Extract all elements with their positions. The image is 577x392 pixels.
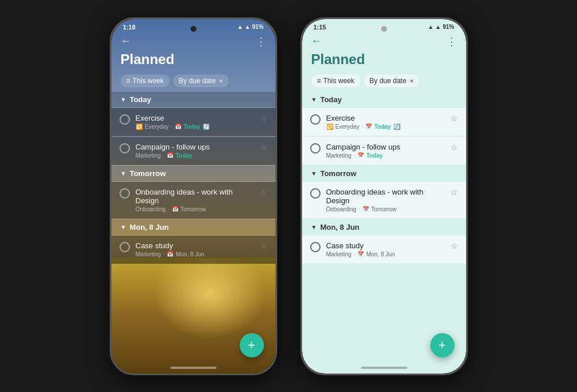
task-meta1-onboarding-light: Onboarding — [326, 206, 356, 212]
this-week-filter-light[interactable]: ≡ This week — [311, 74, 360, 87]
section-mon8-label-dark: Mon, 8 Jun — [129, 223, 169, 232]
phone-dark: 1:18 ▲ ▲ 91% ← ⋮ Planned ≡ This week — [110, 17, 277, 375]
task-circle-casestudy-light[interactable] — [310, 242, 321, 252]
menu-icon-light: ≡ — [317, 77, 321, 85]
section-today-dark: ▼ Today — [111, 92, 276, 107]
star-casestudy-dark[interactable]: ☆ — [260, 241, 267, 251]
task-meta1-exercise-dark: Everyday — [145, 124, 169, 130]
task-campaign-light: Campaign - follow ups Marketing · 📅 Toda… — [302, 137, 466, 165]
battery-light: 91% — [442, 24, 454, 30]
this-week-filter-dark[interactable]: ≡ This week — [121, 74, 170, 87]
back-button-light[interactable]: ← — [311, 35, 322, 47]
app-title-dark: Planned — [111, 50, 276, 72]
task-circle-exercise-dark[interactable] — [120, 114, 130, 125]
section-mon8-light: ▼ Mon, 8 Jun — [302, 219, 466, 235]
status-icons-dark: ▲ ▲ 91% — [237, 24, 264, 30]
battery-dark: 91% — [252, 24, 263, 30]
section-mon8-label-light: Mon, 8 Jun — [320, 223, 359, 232]
task-title-casestudy-light: Case study — [326, 241, 445, 250]
task-casestudy-dark: Case study Marketing · 📅 Mon, 8 Jun ☆ — [111, 236, 276, 264]
task-exercise-dark: Exercise 🔁 Everyday · 📅 Today 🔄 ☆ — [111, 108, 276, 136]
cal-icon-onboarding-dark: 📅 — [172, 206, 178, 212]
home-indicator-light — [361, 367, 407, 369]
star-exercise-dark[interactable]: ☆ — [260, 114, 267, 123]
task-circle-exercise-light[interactable] — [310, 114, 321, 125]
section-tomorrow-dark: ▼ Tomorrow — [111, 166, 276, 181]
task-casestudy-light: Case study Marketing · 📅 Mon, 8 Jun ☆ — [302, 236, 466, 264]
more-button-light[interactable]: ⋮ — [446, 35, 457, 48]
star-campaign-light[interactable]: ☆ — [451, 143, 458, 152]
cal-icon-casestudy-dark: 📅 — [167, 251, 173, 257]
task-title-exercise-light: Exercise — [326, 114, 445, 122]
due-date-filter-light[interactable]: By due date × — [364, 74, 420, 87]
task-onboarding-dark: Onboarding ideas - work with Design Onbo… — [111, 182, 276, 219]
star-campaign-dark[interactable]: ☆ — [260, 143, 267, 152]
more-button-dark[interactable]: ⋮ — [256, 35, 266, 48]
task-circle-casestudy-dark[interactable] — [120, 242, 130, 252]
task-title-campaign-dark: Campaign - follow ups — [136, 143, 254, 151]
task-meta-campaign-dark: Marketing · 📅 Today — [136, 152, 254, 159]
task-due-exercise-light: Today — [374, 124, 391, 130]
task-due-casestudy-dark: Mon, 8 Jun — [176, 251, 204, 257]
cal-icon-casestudy-light: 📅 — [358, 251, 364, 257]
due-date-label-dark: By due date — [179, 77, 216, 85]
chevron-today-light: ▼ — [311, 96, 317, 103]
filter-bar-light: ≡ This week By due date × — [302, 72, 466, 92]
task-meta1-onboarding-dark: Onboarding — [136, 206, 166, 212]
task-meta1-casestudy-dark: Marketing — [136, 251, 161, 257]
task-circle-campaign-light[interactable] — [310, 143, 321, 154]
task-content-exercise-light: Exercise 🔁 Everyday · 📅 Today 🔄 — [326, 114, 445, 130]
status-icons-light: ▲ ▲ 91% — [428, 24, 455, 30]
section-mon8-dark: ▼ Mon, 8 Jun — [111, 219, 276, 235]
app-title-light: Planned — [302, 50, 466, 72]
task-meta-casestudy-light: Marketing · 📅 Mon, 8 Jun — [326, 251, 445, 257]
task-circle-campaign-dark[interactable] — [120, 143, 130, 154]
signal-icon-light: ▲ — [428, 24, 434, 30]
task-circle-onboarding-dark[interactable] — [120, 188, 130, 199]
task-due-exercise-dark: Today — [184, 124, 200, 130]
chevron-mon8-light: ▼ — [311, 224, 317, 230]
back-button-dark[interactable]: ← — [121, 35, 131, 47]
chevron-mon8-dark: ▼ — [121, 224, 126, 230]
cal-icon-onboarding-light: 📅 — [363, 206, 369, 212]
section-today-label-light: Today — [320, 95, 341, 104]
task-title-onboarding-light: Onboarding ideas - work with Design — [326, 188, 445, 205]
fab-light[interactable]: + — [430, 333, 455, 357]
due-date-filter-dark[interactable]: By due date × — [173, 74, 229, 87]
section-today-label-dark: Today — [129, 95, 151, 104]
task-meta-onboarding-light: Onboarding · 📅 Tomorrow — [326, 206, 445, 212]
cal-icon-campaign-dark: 📅 — [167, 152, 173, 158]
chevron-tomorrow-light: ▼ — [311, 170, 317, 177]
cal-icon-campaign-light: 📅 — [358, 152, 364, 158]
task-campaign-dark: Campaign - follow ups Marketing · 📅 Toda… — [111, 137, 276, 165]
task-exercise-light: Exercise 🔁 Everyday · 📅 Today 🔄 ☆ — [302, 108, 466, 136]
task-icon-exercise-light: 🔁 — [326, 124, 333, 130]
task-meta-exercise-light: 🔁 Everyday · 📅 Today 🔄 — [326, 124, 445, 130]
wifi-icon: ▲ — [245, 24, 251, 30]
task-due-casestudy-light: Mon, 8 Jun — [366, 251, 394, 257]
task-meta-exercise-dark: 🔁 Everyday · 📅 Today 🔄 — [136, 124, 254, 130]
task-meta1-campaign-light: Marketing — [326, 152, 352, 159]
star-onboarding-light[interactable]: ☆ — [451, 188, 458, 197]
star-onboarding-dark[interactable]: ☆ — [260, 188, 267, 197]
app-header-light: ← ⋮ — [302, 33, 466, 50]
repeat-icon-exercise-dark: 🔄 — [203, 124, 210, 130]
app-header-dark: ← ⋮ — [111, 33, 276, 50]
task-content-onboarding-light: Onboarding ideas - work with Design Onbo… — [326, 188, 445, 212]
section-today-light: ▼ Today — [302, 92, 466, 107]
section-tomorrow-label-dark: Tomorrow — [129, 169, 166, 178]
repeat-icon-exercise-light: 🔄 — [393, 124, 400, 130]
time-dark: 1:18 — [123, 24, 136, 31]
task-title-casestudy-dark: Case study — [136, 241, 254, 250]
close-due-date-dark[interactable]: × — [219, 77, 223, 84]
section-tomorrow-label-light: Tomorrow — [320, 169, 356, 178]
star-exercise-light[interactable]: ☆ — [451, 114, 458, 123]
cal-icon-exercise-dark: 📅 — [175, 124, 181, 129]
task-content-exercise-dark: Exercise 🔁 Everyday · 📅 Today 🔄 — [136, 114, 254, 130]
fab-dark[interactable]: + — [240, 333, 264, 357]
star-casestudy-light[interactable]: ☆ — [451, 241, 458, 251]
task-circle-onboarding-light[interactable] — [310, 188, 321, 199]
chevron-tomorrow-dark: ▼ — [121, 170, 126, 177]
task-due-campaign-light: Today — [366, 152, 383, 159]
close-due-date-light[interactable]: × — [410, 77, 414, 84]
